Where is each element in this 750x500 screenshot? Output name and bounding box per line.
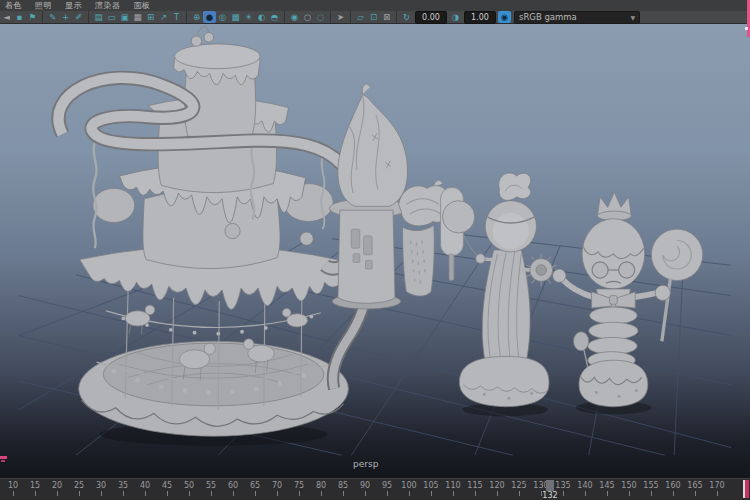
timeline-tick: 45: [158, 481, 176, 496]
smooth-shade-icon[interactable]: ●: [203, 11, 216, 23]
viewport-3d[interactable]: persp: [0, 24, 750, 478]
timeline-tick: 50: [180, 481, 198, 496]
field-chart-icon[interactable]: ▦: [131, 11, 144, 23]
timeline-tick: 125: [510, 481, 528, 496]
select-tool-icon[interactable]: ➤: [330, 11, 347, 23]
exposure-icon[interactable]: ↻: [396, 11, 413, 23]
candy-tower-model[interactable]: [329, 84, 407, 309]
default-material-icon[interactable]: ◎: [216, 11, 229, 23]
select-camera-icon[interactable]: ◄: [0, 11, 13, 23]
view-axis-marker: [0, 456, 7, 459]
timeline-tick: 100: [400, 481, 418, 496]
timeline-tick: 95: [378, 481, 396, 496]
menu-show[interactable]: 显示: [65, 0, 82, 11]
timeline-tick: 10: [4, 481, 22, 496]
gamma-field[interactable]: [464, 11, 496, 24]
isolate-select-icon[interactable]: ◉: [284, 11, 301, 23]
film-gate-icon[interactable]: ▤: [88, 11, 105, 23]
safe-action-icon[interactable]: ⊞: [144, 11, 157, 23]
timeline-tick: 20: [48, 481, 66, 496]
export-view-icon[interactable]: ⊠: [380, 11, 393, 23]
timeline-tick: 25: [70, 481, 88, 496]
timeline-tick: 60: [224, 481, 242, 496]
timeline-tick: 15: [26, 481, 44, 496]
viewport-menubar: 着色照明显示渲染器面板: [0, 0, 750, 11]
timeline-tick: 90: [356, 481, 374, 496]
hud-icon[interactable]: T: [170, 11, 183, 23]
timeline-tick: 105: [422, 481, 440, 496]
wireframe-icon[interactable]: ⊕: [186, 11, 203, 23]
timeline-tick: 75: [290, 481, 308, 496]
timeline-tick: 70: [268, 481, 286, 496]
menu-renderer[interactable]: 渲染器: [95, 0, 121, 11]
view-transform-dropdown[interactable]: sRGB gamma ▼: [514, 11, 640, 24]
viewport-scene: [0, 24, 750, 478]
use-all-lights-icon[interactable]: ☀: [242, 11, 255, 23]
timeline-tick: 120: [488, 481, 506, 496]
range-end-handle[interactable]: [745, 480, 749, 498]
snapshot-icon[interactable]: ▱: [350, 11, 367, 23]
xray-icon[interactable]: ○: [301, 11, 314, 23]
gamma-icon[interactable]: ◑: [449, 11, 462, 23]
timeline-tick: 30: [92, 481, 110, 496]
cake-carousel-model[interactable]: [79, 26, 349, 446]
grease-erase-icon[interactable]: ✐: [72, 11, 85, 23]
menu-lighting[interactable]: 照明: [35, 0, 52, 11]
chevron-down-icon: ▼: [630, 12, 635, 23]
shadows-icon[interactable]: ◐: [255, 11, 268, 23]
resolution-gate-icon[interactable]: ▭: [105, 11, 118, 23]
menu-panels[interactable]: 面板: [134, 0, 151, 11]
timeline-tick: 85: [334, 481, 352, 496]
timeline-tick: 80: [312, 481, 330, 496]
timeline-tick: 35: [114, 481, 132, 496]
menu-shading[interactable]: 着色: [5, 0, 22, 11]
view-axis-marker-2: [1, 460, 5, 462]
time-slider[interactable]: 10 15 20 25 30 35: [0, 478, 750, 500]
timeline-tick: 170: [708, 481, 726, 496]
camera-name-label[interactable]: persp: [353, 459, 378, 469]
timeline-tick: 115: [466, 481, 484, 496]
occlusion-icon[interactable]: ◓: [268, 11, 281, 23]
viewport-toolbar: ◄▪⚑✎+✐▤▭▣▦⊞↗T⊕●◎▩☀◐◓◉○◌➤▱⊡⊠ ↻ ◑ ◉ sRGB g…: [0, 11, 750, 24]
timeline-tick: 165: [686, 481, 704, 496]
pan-zoom-icon[interactable]: ↗: [157, 11, 170, 23]
bookmark-icon[interactable]: ⚑: [26, 11, 39, 23]
current-frame-label: 132: [541, 491, 559, 500]
xray-joints-icon[interactable]: ◌: [314, 11, 327, 23]
timeline-tick: 155: [642, 481, 660, 496]
lock-camera-icon[interactable]: ▪: [13, 11, 26, 23]
side-highlight-notch: [745, 27, 748, 30]
timeline-tick: 145: [598, 481, 616, 496]
image-plane-icon[interactable]: ⊡: [367, 11, 380, 23]
timeline-ruler: 10 15 20 25 30 35: [4, 481, 726, 496]
timeline-tick: 40: [136, 481, 154, 496]
gate-mask-icon[interactable]: ▣: [118, 11, 131, 23]
timeline-tick: 140: [576, 481, 594, 496]
grease-pencil-icon[interactable]: ✎: [42, 11, 59, 23]
textured-icon[interactable]: ▩: [229, 11, 242, 23]
exposure-field[interactable]: [415, 11, 447, 24]
timeline-tick: 160: [664, 481, 682, 496]
timeline-playhead[interactable]: [546, 480, 554, 491]
timeline-tick: 110: [444, 481, 462, 496]
grease-frame-icon[interactable]: +: [59, 11, 72, 23]
king-character-model[interactable]: [553, 192, 703, 414]
timeline-tick: 55: [202, 481, 220, 496]
timeline-tick: 65: [246, 481, 264, 496]
view-transform-icon[interactable]: ◉: [498, 11, 511, 23]
toolbar-icons: ◄▪⚑✎+✐▤▭▣▦⊞↗T⊕●◎▩☀◐◓◉○◌➤▱⊡⊠: [0, 11, 393, 24]
view-transform-value: sRGB gamma: [519, 12, 577, 23]
timeline-tick: 150: [620, 481, 638, 496]
